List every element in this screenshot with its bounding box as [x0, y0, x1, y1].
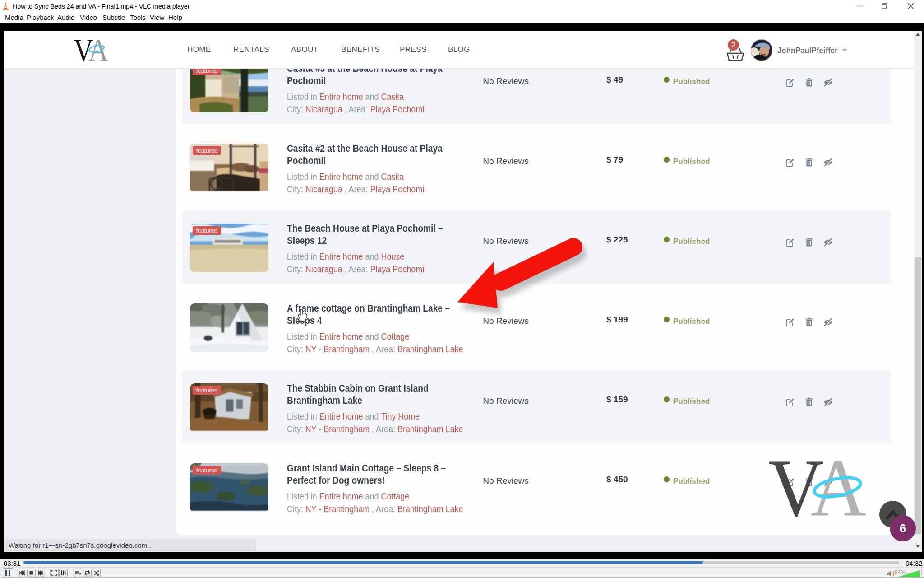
svg-text:94%: 94% — [895, 569, 906, 576]
svg-text:6: 6 — [900, 522, 906, 535]
svg-text:2: 2 — [731, 41, 735, 49]
